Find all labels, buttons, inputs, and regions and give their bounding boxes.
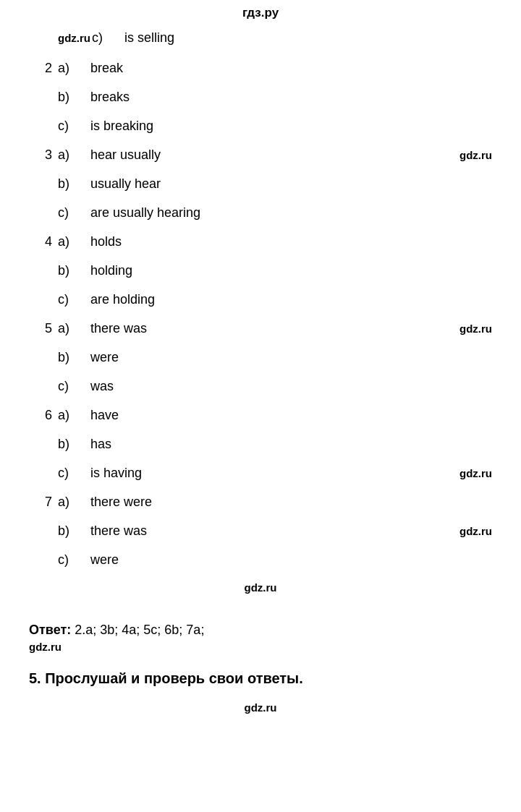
group-6: 6 a) have b) has c) is having gdz.ru [29, 408, 492, 493]
num-7: 7 [29, 495, 58, 510]
site-title: гдз.ру [242, 6, 279, 20]
answer-have: have [90, 408, 492, 423]
list-item-2a: 2 a) break [29, 61, 492, 88]
watermark-6c-right: gdz.ru [445, 467, 492, 479]
answer-break: break [90, 61, 492, 76]
answer-usually-hear: usually hear [90, 176, 492, 192]
letter-5b: b) [58, 350, 90, 365]
letter-3a: a) [58, 148, 90, 163]
answer-watermark: gdz.ru [29, 641, 492, 653]
answer-are-holding: are holding [90, 292, 492, 307]
group-3: 3 a) hear usually gdz.ru b) usually hear… [29, 148, 492, 233]
letter-6c: c) [58, 466, 90, 481]
group-7: 7 a) there were b) there was gdz.ru c) w… [29, 495, 492, 594]
answer-were: were [90, 350, 492, 365]
group-4: 4 a) holds b) holding c) are holding [29, 234, 492, 320]
answer-there-was-7: there was [90, 523, 445, 539]
list-item-2c: c) is breaking [29, 119, 492, 146]
letter-7c: c) [58, 552, 90, 568]
list-item-7c: c) were [29, 552, 492, 580]
answer-is-breaking: is breaking [90, 119, 492, 134]
watermark-3a-right: gdz.ru [445, 149, 492, 161]
list-item-4c: c) are holding [29, 292, 492, 320]
list-item-5c: c) was [29, 379, 492, 406]
letter-3b: b) [58, 176, 90, 192]
letter-c-top: c) [92, 30, 124, 46]
letter-7b: b) [58, 523, 90, 539]
answer-was: was [90, 379, 492, 394]
watermark-top-left: gdz.ru c) is selling [29, 30, 492, 58]
watermark-7b-right: gdz.ru [445, 525, 492, 537]
top-header: гдз.ру [0, 0, 521, 23]
answer-there-was: there was [90, 321, 445, 336]
list-item-4a: 4 a) holds [29, 234, 492, 262]
footer-watermark: gdz.ru [0, 701, 521, 714]
list-item-7b: b) there was gdz.ru [29, 523, 492, 551]
group-2: 2 a) break b) breaks c) is breaking [29, 61, 492, 146]
num-4: 4 [29, 234, 58, 249]
letter-2c: c) [58, 119, 90, 134]
list-item-7a: 7 a) there were [29, 495, 492, 522]
letter-4c: c) [58, 292, 90, 307]
answer-breaks: breaks [90, 90, 492, 105]
list-item-3c: gdz.ru c) are usually hearing [29, 205, 492, 233]
list-item-6a: 6 a) have [29, 408, 492, 435]
task5-title: 5. Прослушай и проверь свои ответы. [0, 670, 521, 687]
list-item-6b: b) has [29, 437, 492, 464]
letter-5a: a) [58, 321, 90, 336]
answer-there-were: there were [90, 495, 492, 510]
letter-2a: a) [58, 61, 90, 76]
watermark-bottom-center: gdz.ru [29, 581, 492, 594]
letter-5c: c) [58, 379, 90, 394]
answer-were-7: were [90, 552, 492, 568]
list-item-4b: b) holding [29, 263, 492, 291]
watermark-5a-right: gdz.ru [445, 322, 492, 335]
list-item-3a: 3 a) hear usually gdz.ru [29, 148, 492, 175]
letter-2b: b) [58, 90, 90, 105]
answer-are-usually-hearing: are usually hearing [90, 205, 492, 221]
num-5: 5 [29, 321, 58, 336]
letter-3c: c) [58, 205, 90, 221]
group-5: 5 a) there was gdz.ru b) were c) was [29, 321, 492, 406]
answer-section: Ответ: 2.a; 3b; 4a; 5c; 6b; 7a; gdz.ru [0, 623, 521, 653]
num-6: 6 [29, 408, 58, 423]
letter-6a: a) [58, 408, 90, 423]
list-item-2b: b) breaks [29, 90, 492, 117]
letter-7a: a) [58, 495, 90, 510]
letter-6b: b) [58, 437, 90, 452]
list-item-5b: b) were [29, 350, 492, 377]
list-item-6c: c) is having gdz.ru [29, 466, 492, 493]
letter-4a: a) [58, 234, 90, 249]
answer-is-selling: is selling [124, 30, 492, 46]
letter-4b: b) [58, 263, 90, 278]
answer-has: has [90, 437, 492, 452]
answer-text: 2.a; 3b; 4a; 5c; 6b; 7a; [75, 623, 204, 637]
answer-hear-usually: hear usually [90, 148, 445, 163]
gdz-inline-label: gdz.ru [58, 32, 90, 44]
list-item-3b: b) usually hear [29, 176, 492, 204]
answer-is-having: is having [90, 466, 445, 481]
list-item-5a: 5 a) there was gdz.ru [29, 321, 492, 349]
answer-holding: holding [90, 263, 492, 278]
answer-holds: holds [90, 234, 492, 249]
num-2: 2 [29, 61, 58, 76]
answer-line: Ответ: 2.a; 3b; 4a; 5c; 6b; 7a; [29, 623, 492, 638]
answer-label: Ответ: [29, 623, 71, 637]
num-3: 3 [29, 148, 58, 163]
